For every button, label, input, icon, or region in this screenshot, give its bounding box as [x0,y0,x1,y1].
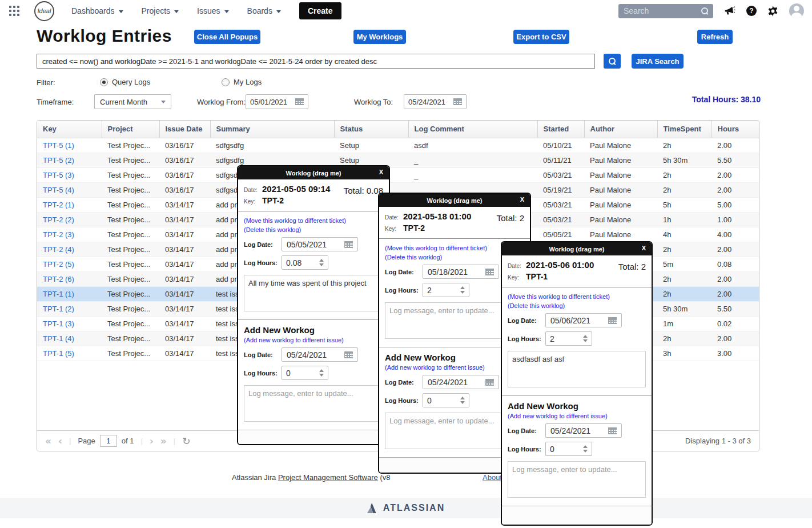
next-page-icon[interactable]: › [150,435,154,447]
add-worklog-different-issue-link[interactable]: (Add new worklog to different issue) [244,337,383,343]
query-search-button[interactable] [604,54,621,69]
my-worklogs-button[interactable]: My Worklogs [353,30,406,44]
worklog-popup-3[interactable]: Worklog (drag me) X Date:2021-05-06 01:0… [501,241,653,526]
radio-my-logs[interactable]: My Logs [222,78,262,86]
worklog-comment-textarea[interactable]: All my time was spent of this project [244,275,383,311]
spinner-icon[interactable] [319,259,324,266]
export-to-csv-button[interactable]: Export to CSV [513,30,569,44]
cell-key[interactable]: TPT-5 (1) [37,138,102,153]
new-worklog-comment-textarea[interactable] [508,461,646,498]
nav-item-dashboards[interactable]: Dashboards [71,6,123,15]
cell-key[interactable]: TPT-5 (2) [37,153,102,167]
refresh-button[interactable]: Refresh [697,30,733,44]
last-page-icon[interactable]: » [160,435,167,447]
radio-query-logs[interactable]: Query Logs [100,78,150,86]
table-row[interactable]: TPT-5 (3)Test Projec...03/16/17sdfgsdfg_… [37,167,759,182]
nav-item-issues[interactable]: Issues [197,6,228,15]
close-icon[interactable]: X [642,245,646,251]
cell-key[interactable]: TPT-1 (5) [37,346,102,361]
new-log-hours-input[interactable]: 0 [282,366,328,380]
table-row[interactable]: TPT-5 (1)Test Projec...03/16/17sdfgsdfgS… [37,138,759,153]
column-header-log-comment[interactable]: Log Comment [408,121,537,138]
calendar-icon[interactable] [608,317,617,324]
log-hours-input[interactable]: 2 [545,331,592,346]
new-log-hours-input[interactable]: 0 [545,442,592,456]
radio-unselected-icon[interactable] [222,78,230,86]
cell-key[interactable]: TPT-2 (4) [37,242,102,257]
log-date-input[interactable]: 05/06/2021 [545,313,622,327]
close-icon[interactable]: X [379,169,383,175]
log-date-input[interactable]: 05/05/2021 [282,237,358,251]
calendar-icon[interactable] [344,241,353,248]
column-header-key[interactable]: Key [37,121,102,138]
table-row[interactable]: TPT-5 (2)Test Projec...03/16/17sdfgsdfgS… [37,153,759,167]
issue-key-link[interactable]: TPT-2 (4) [43,245,74,254]
issue-key-link[interactable]: TPT-5 (1) [43,141,74,150]
spinner-icon[interactable] [583,335,588,342]
issue-key-link[interactable]: TPT-5 (2) [43,156,74,165]
cell-key[interactable]: TPT-1 (2) [37,301,102,316]
user-avatar[interactable] [789,3,804,18]
radio-selected-icon[interactable] [100,78,108,86]
jql-query-input[interactable] [37,54,595,69]
worklog-to-input[interactable]: 05/24/2021 [404,94,467,109]
nav-item-boards[interactable]: Boards [247,6,281,15]
worklog-popup-1[interactable]: Worklog (drag me) X Date:2021-05-05 09:1… [237,165,390,445]
worklog-from-input[interactable]: 05/01/2021 [246,94,308,109]
log-date-input[interactable]: 05/18/2021 [423,265,499,279]
pms-link[interactable]: Project Management Software [278,473,378,482]
issue-key-link[interactable]: TPT-2 (6) [43,275,74,283]
cell-key[interactable]: TPT-2 (2) [37,212,102,227]
calendar-icon[interactable] [608,427,617,434]
issue-key-link[interactable]: TPT-1 (3) [43,319,74,328]
cell-key[interactable]: TPT-2 (3) [37,227,102,242]
page-number-input[interactable] [100,435,117,447]
help-icon[interactable]: ? [746,6,757,16]
first-page-icon[interactable]: « [45,435,51,447]
popup-titlebar[interactable]: Worklog (drag me) X [502,242,652,255]
issue-key-link[interactable]: TPT-2 (5) [43,260,74,269]
new-log-date-input[interactable]: 05/24/2021 [282,347,358,362]
column-header-started[interactable]: Started [537,121,584,138]
calendar-icon[interactable] [485,269,494,275]
column-header-summary[interactable]: Summary [210,121,334,138]
popup-titlebar[interactable]: Worklog (drag me) X [379,194,530,207]
issue-key-link[interactable]: TPT-1 (1) [43,290,74,298]
new-log-hours-input[interactable]: 0 [423,393,469,407]
calendar-icon[interactable] [485,379,494,386]
issue-key-link[interactable]: TPT-2 (1) [43,201,74,209]
cell-key[interactable]: TPT-5 (3) [37,167,102,182]
log-hours-input[interactable]: 0.08 [282,255,328,270]
reload-table-icon[interactable]: ↻ [182,435,190,447]
worklog-comment-textarea[interactable]: asdfasdf asf asf [508,351,646,387]
new-log-date-input[interactable]: 05/24/2021 [545,423,622,438]
cell-key[interactable]: TPT-1 (4) [37,331,102,346]
close-all-popups-button[interactable]: Close All Popups [194,30,260,44]
close-icon[interactable]: X [520,196,524,203]
popup-titlebar[interactable]: Worklog (drag me) X [238,166,389,179]
column-header-author[interactable]: Author [584,121,657,138]
issue-key-link[interactable]: TPT-2 (2) [43,215,74,224]
issue-key-link[interactable]: TPT-1 (2) [43,305,74,313]
issue-key-link[interactable]: TPT-2 (3) [43,230,74,239]
delete-worklog-link[interactable]: (Delete this worklog) [244,226,383,233]
cell-key[interactable]: TPT-2 (6) [37,271,102,286]
cell-key[interactable]: TPT-1 (3) [37,316,102,331]
spinner-icon[interactable] [460,286,465,294]
create-button[interactable]: Create [299,2,341,19]
new-worklog-comment-textarea[interactable] [244,385,383,422]
nav-item-projects[interactable]: Projects [142,6,179,15]
timeframe-select[interactable]: Current Month [94,94,171,109]
column-header-issue-date[interactable]: Issue Date [159,121,210,138]
column-header-hours[interactable]: Hours [711,121,759,138]
issue-key-link[interactable]: TPT-5 (4) [43,186,74,194]
spinner-icon[interactable] [319,369,324,377]
app-switcher-icon[interactable] [9,6,19,16]
column-header-status[interactable]: Status [334,121,408,138]
issue-key-link[interactable]: TPT-5 (3) [43,171,74,179]
move-worklog-link[interactable]: (Move this worklog to different ticket) [244,217,383,224]
prev-page-icon[interactable]: ‹ [58,435,62,447]
issue-key-link[interactable]: TPT-1 (4) [43,334,74,343]
log-hours-input[interactable]: 2 [423,283,469,297]
jira-search-button[interactable]: JIRA Search [632,54,684,69]
